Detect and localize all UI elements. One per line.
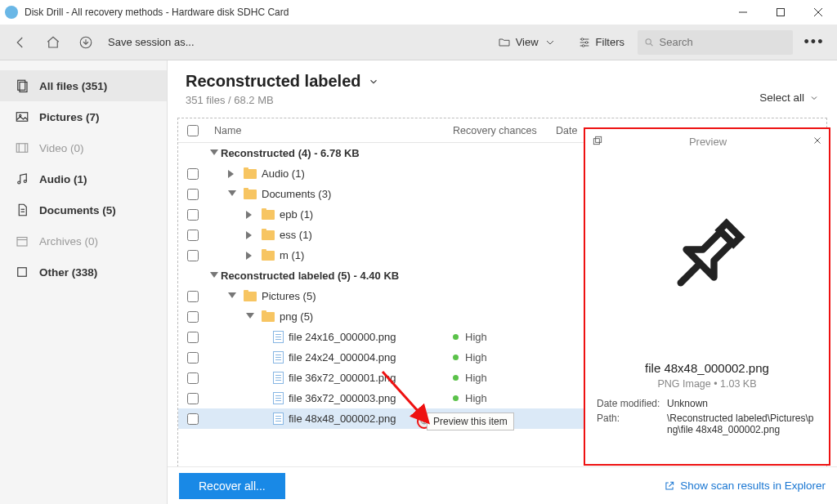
date-modified-value: Unknown (667, 398, 817, 409)
svg-point-10 (582, 44, 584, 47)
sidebar-item-video[interactable]: Video (0) (0, 132, 167, 163)
row-checkbox[interactable] (187, 168, 199, 180)
pushpin-icon (658, 207, 756, 306)
view-label: View (516, 36, 539, 48)
svg-marker-35 (246, 313, 254, 319)
svg-rect-17 (16, 144, 28, 153)
svg-rect-15 (16, 113, 28, 122)
row-checkbox[interactable] (187, 230, 199, 241)
row-checkbox[interactable] (187, 372, 199, 384)
footer: Recover all... Show scan results in Expl… (168, 466, 837, 504)
preview-file-meta: PNG Image • 1.03 KB (585, 378, 829, 390)
preview-title: Preview (603, 136, 812, 148)
popout-icon[interactable] (592, 135, 603, 149)
music-icon (15, 172, 29, 186)
preview-filename: file 48x48_000002.png (585, 361, 829, 375)
status-dot-icon (453, 355, 459, 360)
svg-marker-30 (246, 211, 252, 219)
filters-button[interactable]: Filters (570, 29, 633, 56)
file-icon (273, 413, 284, 425)
sidebar-item-all-files[interactable]: All files (351) (0, 70, 167, 101)
svg-line-12 (651, 43, 653, 46)
select-all-button[interactable]: Select all (759, 91, 819, 104)
expand-toggle[interactable] (244, 231, 257, 239)
recover-all-button[interactable]: Recover all... (179, 473, 285, 499)
row-checkbox[interactable] (187, 311, 199, 323)
row-checkbox[interactable] (187, 393, 199, 404)
sidebar-item-label: Audio (1) (39, 173, 87, 185)
more-menu[interactable]: ••• (798, 33, 830, 51)
svg-line-47 (681, 263, 700, 283)
minimize-button[interactable] (724, 0, 762, 25)
sidebar-item-label: Archives (0) (39, 235, 98, 248)
folder-icon (244, 292, 257, 301)
expand-toggle[interactable] (208, 272, 221, 280)
row-checkbox[interactable] (187, 209, 199, 221)
expand-toggle[interactable] (244, 211, 257, 219)
row-checkbox[interactable] (187, 250, 199, 261)
close-preview-button[interactable] (812, 136, 822, 148)
folder-icon (262, 210, 275, 220)
search-input[interactable] (660, 36, 786, 48)
file-icon (273, 351, 284, 364)
download-icon[interactable] (72, 29, 100, 56)
file-icon (273, 331, 284, 343)
folder-outline-icon (498, 36, 511, 49)
sidebar-item-label: Video (0) (39, 142, 84, 154)
svg-marker-32 (246, 252, 252, 260)
sidebar-item-pictures[interactable]: Pictures (7) (0, 101, 167, 132)
svg-rect-43 (596, 136, 602, 142)
expand-toggle[interactable] (244, 313, 257, 321)
save-session-link[interactable]: Save session as... (108, 36, 195, 48)
search-icon (644, 37, 655, 48)
sidebar-item-label: Pictures (7) (39, 111, 100, 123)
row-checkbox[interactable] (187, 189, 199, 200)
expand-toggle[interactable] (226, 292, 239, 301)
page-subtitle: 351 files / 68.2 MB (186, 94, 379, 106)
date-modified-label: Date modified: (597, 398, 667, 409)
column-recovery[interactable]: Recovery chances (453, 125, 556, 136)
video-icon (15, 140, 29, 155)
search-box[interactable] (638, 30, 793, 55)
svg-point-20 (18, 181, 20, 184)
status-dot-icon (453, 395, 459, 401)
svg-rect-1 (777, 9, 785, 16)
window-title: Disk Drill - All recovery methods - Hard… (25, 7, 289, 18)
folder-icon (262, 230, 275, 240)
svg-point-8 (581, 38, 584, 40)
sidebar-item-documents[interactable]: Documents (5) (0, 194, 167, 225)
toolbar: Save session as... View Filters ••• (0, 25, 837, 60)
svg-point-9 (585, 41, 588, 43)
path-value: \Reconstructed labeled\Pictures\png\file… (667, 413, 817, 435)
expand-toggle[interactable] (226, 170, 239, 178)
archive-icon (15, 234, 29, 248)
image-icon (15, 109, 29, 124)
expand-toggle[interactable] (226, 190, 239, 198)
expand-toggle[interactable] (208, 149, 221, 158)
other-icon (15, 265, 29, 279)
row-checkbox[interactable] (187, 352, 199, 364)
select-all-checkbox[interactable] (187, 125, 199, 136)
sidebar-item-audio[interactable]: Audio (1) (0, 163, 167, 194)
maximize-button[interactable] (762, 0, 799, 25)
row-checkbox[interactable] (187, 291, 199, 302)
close-button[interactable] (799, 0, 837, 25)
svg-marker-34 (228, 292, 236, 298)
show-in-explorer-link[interactable]: Show scan results in Explorer (664, 479, 826, 492)
home-button[interactable] (39, 29, 67, 56)
view-dropdown[interactable]: View (490, 29, 565, 56)
svg-point-36 (423, 421, 426, 423)
sidebar-item-label: Other (338) (39, 266, 97, 279)
sidebar-item-label: Documents (5) (39, 204, 116, 216)
back-button[interactable] (7, 29, 34, 56)
folder-icon (244, 169, 257, 179)
sidebar-item-other[interactable]: Other (338) (0, 256, 167, 288)
sidebar-item-archives[interactable]: Archives (0) (0, 225, 167, 256)
expand-toggle[interactable] (244, 252, 257, 260)
row-checkbox[interactable] (187, 413, 199, 425)
page-title[interactable]: Reconstructed labeled (186, 72, 379, 91)
status-dot-icon (453, 375, 459, 381)
row-checkbox[interactable] (187, 332, 199, 343)
svg-marker-31 (246, 231, 252, 239)
column-name[interactable]: Name (208, 125, 453, 136)
